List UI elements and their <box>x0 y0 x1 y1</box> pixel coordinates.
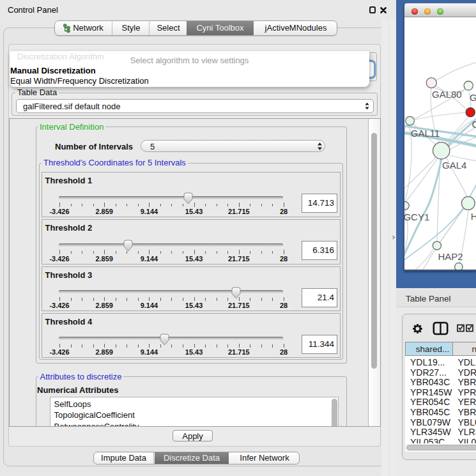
svg-text:GA: GA <box>470 92 476 103</box>
svg-text:HAP2: HAP2 <box>438 251 463 262</box>
svg-text:GAL11: GAL11 <box>410 128 440 139</box>
svg-text:C: C <box>472 119 476 130</box>
svg-text:GAL4: GAL4 <box>442 160 466 171</box>
svg-text:GAL80: GAL80 <box>432 89 462 100</box>
svg-text:GCY1: GCY1 <box>404 211 429 222</box>
svg-text:H: H <box>470 211 476 222</box>
